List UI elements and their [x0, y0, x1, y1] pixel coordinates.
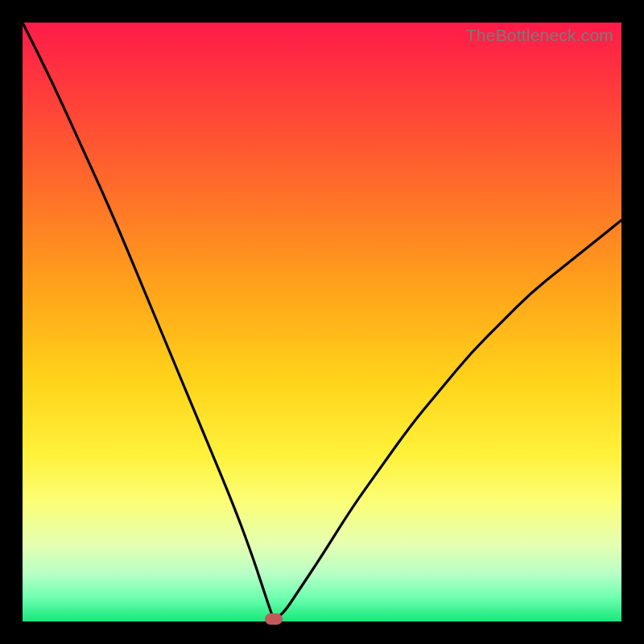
plot-area: TheBottleneck.com [23, 23, 621, 621]
optimal-point-marker [265, 613, 283, 625]
chart-frame: TheBottleneck.com [0, 0, 644, 644]
bottleneck-curve [23, 23, 621, 621]
